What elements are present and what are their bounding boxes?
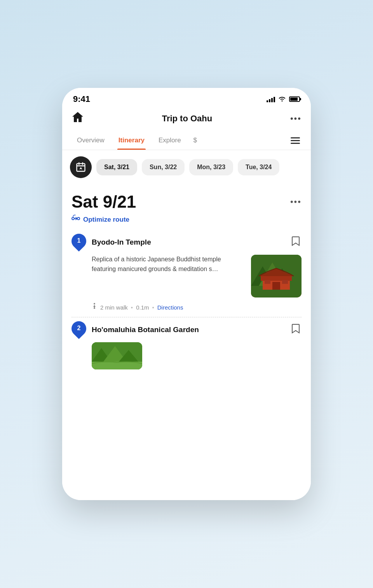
tab-explore[interactable]: Explore [152, 131, 188, 150]
content-area: Sat 9/21 ••• Optimize route [62, 184, 311, 500]
date-selector: Sat, 3/21 Sun, 3/22 Mon, 3/23 Tue, 3/24 [62, 150, 311, 184]
day-title: Sat 9/21 [71, 192, 136, 212]
date-chip-sun322[interactable]: Sun, 3/22 [142, 159, 185, 175]
home-icon[interactable] [71, 111, 84, 126]
place-2-header: 2 Ho'omaluhia Botanical Garden [71, 321, 302, 338]
place-2-content [71, 342, 302, 369]
svg-rect-14 [282, 280, 288, 284]
tab-overview[interactable]: Overview [70, 131, 112, 150]
day-more-button[interactable]: ••• [290, 197, 302, 207]
svg-rect-12 [272, 282, 280, 290]
header-more-button[interactable]: ••• [290, 114, 302, 124]
app-header: Trip to Oahu ••• [62, 107, 311, 131]
place-2-name[interactable]: Ho'omaluhia Botanical Garden [92, 326, 199, 334]
signal-icon [267, 96, 275, 102]
place-1-image [251, 255, 302, 298]
svg-point-15 [94, 303, 95, 304]
place-2-pin: 2 [71, 321, 86, 338]
app-title: Trip to Oahu [84, 114, 290, 124]
tab-menu-button[interactable] [288, 133, 303, 148]
date-chip-sat321[interactable]: Sat, 3/21 [96, 159, 137, 175]
place-2-name-wrapper: 2 Ho'omaluhia Botanical Garden [71, 321, 290, 338]
place-1-directions-link[interactable]: Directions [157, 304, 183, 311]
place-1-name-wrapper: 1 Byodo-In Temple [71, 234, 290, 251]
place-1-distance: 0.1m [136, 304, 149, 311]
status-bar: 9:41 [62, 88, 311, 107]
place-1-image-fill [251, 255, 302, 298]
place-1-pin: 1 [71, 234, 86, 251]
svg-rect-0 [77, 164, 85, 172]
place-1-number: 1 [77, 237, 81, 244]
place-1-content: Replica of a historic Japanese Buddhist … [71, 255, 302, 298]
place-2-bookmark-button[interactable] [290, 322, 302, 338]
wifi-icon [278, 95, 286, 103]
place-1-header: 1 Byodo-In Temple [71, 234, 302, 251]
battery-icon [289, 96, 300, 102]
place-2-image [92, 342, 142, 369]
place-1-meta: 2 min walk • 0.1m • Directions [71, 303, 302, 317]
optimize-route-button[interactable]: Optimize route [71, 215, 302, 224]
svg-point-3 [77, 217, 80, 220]
route-icon [71, 215, 80, 224]
tab-itinerary[interactable]: Itinerary [112, 131, 152, 150]
status-icons [267, 95, 300, 103]
place-item-2: 2 Ho'omaluhia Botanical Garden [71, 321, 302, 369]
place-1-description: Replica of a historic Japanese Buddhist … [92, 255, 246, 298]
tab-budget[interactable]: $ [188, 131, 202, 150]
hamburger-icon [291, 137, 300, 144]
date-chip-mon323[interactable]: Mon, 3/23 [189, 159, 233, 175]
status-time: 9:41 [73, 94, 90, 104]
date-chip-tue324[interactable]: Tue, 3/24 [238, 159, 279, 175]
calendar-button[interactable] [70, 156, 92, 178]
svg-rect-13 [265, 280, 270, 284]
day-header: Sat 9/21 ••• [71, 192, 302, 212]
walk-icon [92, 303, 97, 312]
phone-frame: 9:41 Trip to Oahu ••• [62, 88, 311, 500]
place-1-walk-time: 2 min walk [100, 304, 128, 311]
place-1-bookmark-button[interactable] [290, 234, 302, 250]
place-2-number: 2 [77, 325, 81, 332]
tab-bar: Overview Itinerary Explore $ [62, 131, 311, 150]
place-1-name[interactable]: Byodo-In Temple [92, 238, 151, 247]
place-item-1: 1 Byodo-In Temple Replica of a historic … [71, 234, 302, 317]
svg-point-2 [72, 217, 74, 220]
optimize-route-label: Optimize route [83, 216, 129, 224]
